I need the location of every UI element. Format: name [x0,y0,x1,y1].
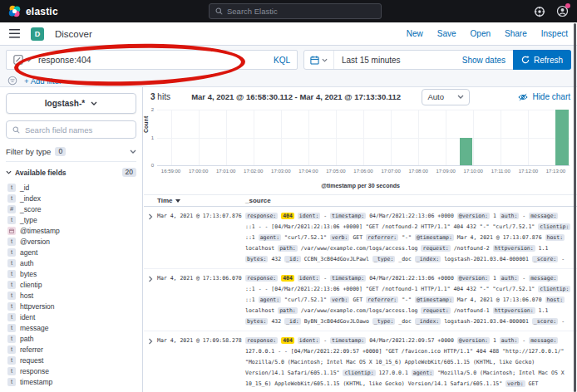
time-range-value[interactable]: Last 15 minutes [334,56,462,65]
field-item-response[interactable]: tresponse [6,365,136,376]
field-item-version[interactable]: t@version [6,236,136,247]
field-name: referrer [20,345,43,354]
histogram-chart: Count 01216:59:0017:00:0017:01:0017:02:0… [144,106,577,194]
field-item-httpversion[interactable]: thttpversion [6,301,136,311]
date-field-icon [7,227,16,235]
field-value: GET [529,380,539,387]
menu-hamburger-icon[interactable] [9,29,20,38]
field-item-host[interactable]: thost [6,290,136,301]
field-value: ::1 [245,234,255,241]
nav-link-save[interactable]: Save [437,29,456,38]
interval-select[interactable]: Auto [422,89,470,105]
field-name-badge: _score: [532,318,558,325]
string-field-icon: t [7,216,16,224]
nav-link-share[interactable]: Share [505,29,527,38]
field-item-auth[interactable]: tauth [6,257,136,268]
field-name: ident [20,313,35,321]
field-name-badge: @version: [457,213,490,219]
query-bar-section: response:404 KQL Last 15 minutes Show da… [0,46,577,87]
field-item-agent[interactable]: tagent [6,247,136,257]
highlighted-value: 404 [281,213,294,219]
deployment-icon[interactable] [534,6,545,17]
query-input[interactable]: response:404 KQL [6,50,298,70]
table-row: Mar 4, 2021 @ 17:09:58.278response: 404 … [144,331,577,392]
field-name: httpversion [20,302,55,311]
field-item-bytes[interactable]: tbytes [6,268,136,279]
eye-slash-icon [518,93,528,101]
field-value: ::1 - - [04/Mar/2021:22:13:06 +0000] "GE… [245,223,535,230]
time-column-label: Time [157,197,173,204]
field-name: response [20,367,49,375]
nav-link-new[interactable]: New [407,29,423,38]
row-time-cell: Mar 4, 2021 @ 17:13:07.876 [157,211,245,265]
field-item-timestamp[interactable]: ttimestamp [6,376,136,387]
filter-by-type-label: Filter by type [6,147,51,156]
filter-options-icon[interactable] [7,76,17,86]
string-field-icon: t [7,367,16,375]
user-menu-avatar[interactable] [556,5,569,17]
field-item-timestamp[interactable]: @timestamp [6,225,136,236]
index-pattern-select[interactable]: logstash-* [6,93,136,114]
string-field-icon: t [7,259,16,267]
field-search-input[interactable]: Search field names [6,120,136,139]
calendar-icon [310,56,319,65]
global-search-input[interactable]: Search Elastic [209,3,382,19]
field-item-request[interactable]: trequest [6,355,136,365]
expand-row-button[interactable] [144,336,157,390]
string-field-icon: t [7,335,16,343]
field-item-type[interactable]: t_type [6,214,136,225]
field-item-message[interactable]: tmessage [6,322,136,333]
field-item-referrer[interactable]: treferrer [6,344,136,355]
hits-label: hits [157,92,170,101]
expand-row-button[interactable] [144,273,157,327]
query-language-button[interactable]: KQL [267,56,290,65]
chevron-down-icon [91,101,97,105]
histogram-bar[interactable] [460,138,473,166]
histogram-bar[interactable] [555,110,569,165]
add-filter-button[interactable]: + Add filter [24,76,62,86]
hide-chart-button[interactable]: Hide chart [518,92,570,101]
nav-link-open[interactable]: Open [471,29,491,38]
elastic-logo-icon [8,5,21,17]
field-item-ident[interactable]: tident [6,311,136,322]
field-name-badge: bytes: [245,256,268,262]
field-item-index[interactable]: t_index [6,193,136,203]
field-item-clientip[interactable]: tclientip [6,279,136,290]
x-gridline [363,110,364,165]
field-value: /notfound-1 [454,307,490,314]
fields-list: t_idt_index#_scoret_type@timestampt@vers… [6,182,136,387]
saved-query-icon[interactable] [13,55,23,65]
time-column-header[interactable]: Time [157,197,245,204]
sidebar: logstash-* Search field names Filter by … [0,87,143,392]
refresh-button[interactable]: Refresh [513,50,571,70]
available-fields-header[interactable]: Available fields 20 [6,168,136,177]
row-source-cell: response: 404 ident: - timestamp: 04/Mar… [245,273,577,327]
x-gridline [391,110,392,165]
field-item-path[interactable]: tpath [6,333,136,344]
x-gridline [501,110,501,165]
field-value: - [561,256,565,262]
show-dates-button[interactable]: Show dates [462,56,505,65]
sort-desc-icon [175,199,180,203]
filter-by-type[interactable]: Filter by type 0 [6,145,136,162]
x-gridline [254,110,254,165]
vertical-scrollbar[interactable] [574,23,576,392]
field-name-badge: @version: [457,275,490,282]
nav-link-inspect[interactable]: Inspect [541,29,568,38]
string-field-icon: t [7,324,16,332]
date-picker-calendar-button[interactable] [304,51,334,69]
field-value: - [561,318,565,325]
hide-chart-label: Hide chart [532,92,570,101]
field-item-id[interactable]: t_id [6,182,136,193]
discover-app-badge[interactable]: D [31,27,44,41]
query-text[interactable]: response:404 [38,55,267,65]
expand-row-button[interactable] [144,211,157,265]
field-name-badge: ident: [298,275,320,282]
string-field-icon: t [7,270,16,278]
field-item-score[interactable]: #_score [6,203,136,214]
field-name: @version [20,238,50,246]
x-tick-label: 17:04:00 [298,169,318,174]
string-field-icon: t [7,194,16,203]
elastic-logo[interactable]: elastic [8,5,58,17]
field-value: ::1 [245,296,255,303]
